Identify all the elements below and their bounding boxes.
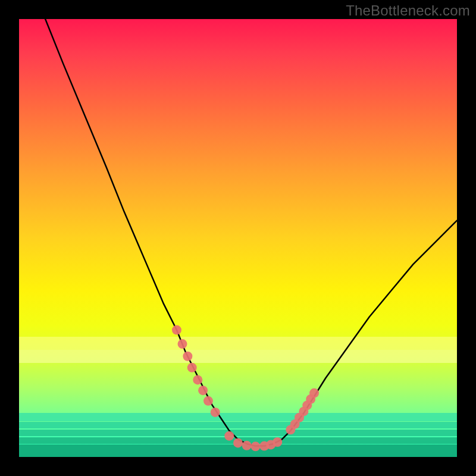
- marker-left: [172, 325, 181, 335]
- chart-frame: TheBottleneck.com: [0, 0, 476, 476]
- marker-right: [309, 389, 319, 398]
- marker-left: [193, 375, 202, 384]
- watermark-text: TheBottleneck.com: [346, 2, 470, 19]
- marker-valley: [250, 441, 260, 451]
- plot-area: [19, 19, 457, 457]
- marker-left: [211, 408, 220, 417]
- marker-left: [178, 339, 187, 349]
- marker-left: [198, 386, 208, 395]
- marker-left: [183, 352, 192, 361]
- marker-left: [203, 396, 213, 406]
- marker-left: [187, 363, 197, 372]
- marker-valley: [224, 431, 234, 441]
- marker-valley: [242, 441, 252, 450]
- marker-valley: [233, 438, 243, 447]
- marker-valley: [273, 437, 282, 447]
- bottleneck-curve: [45, 19, 457, 446]
- curve-layer: [19, 19, 457, 457]
